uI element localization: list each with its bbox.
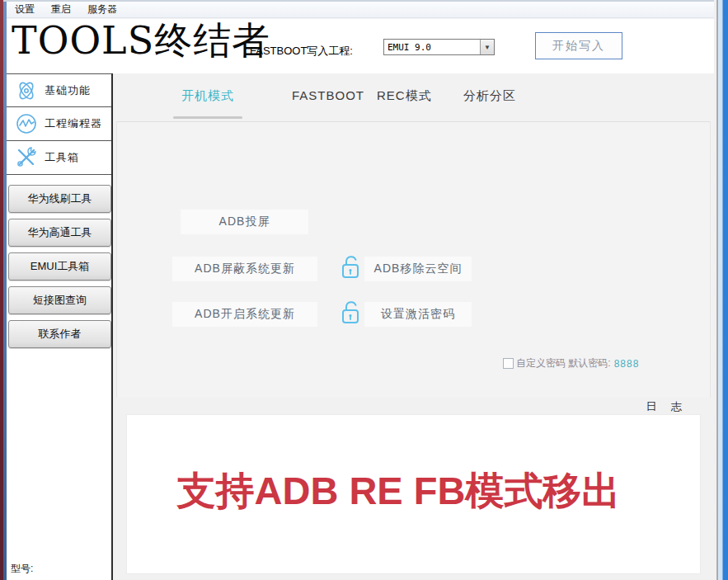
huawei-flash-tool-button[interactable]: 华为线刷工具 [8,185,111,213]
sidebar: 基础功能 工程编程器 工具箱 华为线刷工具 华 [7,73,113,580]
chevron-down-icon: ▼ [484,44,491,51]
window-body: 设置 重启 服务器 TOOLS终结者 FASTBOOT写入工程: EMUI 9.… [7,2,714,580]
combo-dropdown-button[interactable]: ▼ [480,40,494,54]
sidebar-item-project-programmer[interactable]: 工程编程器 [7,107,111,141]
main-content: 开机模式 FASTBOOT REC模式 分析分区 ADB投屏 ADB屏蔽系统更新… [115,73,714,580]
header: TOOLS终结者 FASTBOOT写入工程: EMUI 9.0 ▼ 开始写入 [7,19,714,73]
sidebar-item-toolbox[interactable]: 工具箱 [7,141,111,175]
tab-bar: 开机模式 FASTBOOT REC模式 分析分区 [115,80,714,121]
log-label: 日 志 [115,399,714,414]
adb-screencast-button[interactable]: ADB投屏 [181,210,308,234]
atom-icon [15,79,38,102]
window-border-right [714,0,728,580]
sidebar-item-label: 工具箱 [45,150,79,165]
tab-fastboot[interactable]: FASTBOOT [292,88,364,102]
fastboot-project-label: FASTBOOT写入工程: [250,44,353,59]
emui-toolbox-button[interactable]: EMUI工具箱 [8,252,111,281]
adb-remove-cloud-button[interactable]: ADB移除云空间 [364,257,472,281]
tools-icon [15,146,38,169]
log-banner-text: 支持ADB RE FB模式移出 [177,465,621,517]
tab-panel: ADB投屏 ADB屏蔽系统更新 ADB移除云空间 ADB开启系统更新 设置激活密… [116,121,711,398]
custom-password-checkbox[interactable] [503,358,514,369]
contact-author-button[interactable]: 联系作者 [8,320,111,348]
set-activation-password-button[interactable]: 设置激活密码 [364,302,472,327]
sidebar-item-label: 工程编程器 [45,116,102,131]
huawei-qualcomm-tool-button[interactable]: 华为高通工具 [8,219,111,247]
sidebar-item-label: 基础功能 [45,83,91,98]
active-tab-underline [173,116,242,119]
project-combo-value: EMUI 9.0 [384,40,480,54]
tab-analyze-partition[interactable]: 分析分区 [463,88,516,104]
custom-password-row: 自定义密码 默认密码: 8888 [503,356,639,370]
short-diagram-query-button[interactable]: 短接图查询 [8,286,111,314]
unlock-icon [340,299,361,324]
unlock-icon [340,254,361,279]
default-password-value: 8888 [614,358,640,370]
custom-password-label: 自定义密码 默认密码: [516,356,611,370]
waveform-icon [15,112,38,135]
project-combo[interactable]: EMUI 9.0 ▼ [383,39,495,55]
tab-boot-mode[interactable]: 开机模式 [181,88,234,104]
log-output-panel[interactable]: 支持ADB RE FB模式移出 [126,414,701,574]
adb-enable-update-button[interactable]: ADB开启系统更新 [172,302,317,327]
tab-rec-mode[interactable]: REC模式 [377,88,432,104]
sidebar-buttons: 华为线刷工具 华为高通工具 EMUI工具箱 短接图查询 联系作者 [7,179,113,348]
app-title: TOOLS终结者 [12,16,270,67]
start-write-button[interactable]: 开始写入 [535,32,622,59]
app-window: 设置 重启 服务器 TOOLS终结者 FASTBOOT写入工程: EMUI 9.… [0,0,728,580]
adb-block-update-button[interactable]: ADB屏蔽系统更新 [172,257,317,281]
model-label: 型号: [11,562,33,576]
sidebar-item-basic-functions[interactable]: 基础功能 [7,73,111,107]
